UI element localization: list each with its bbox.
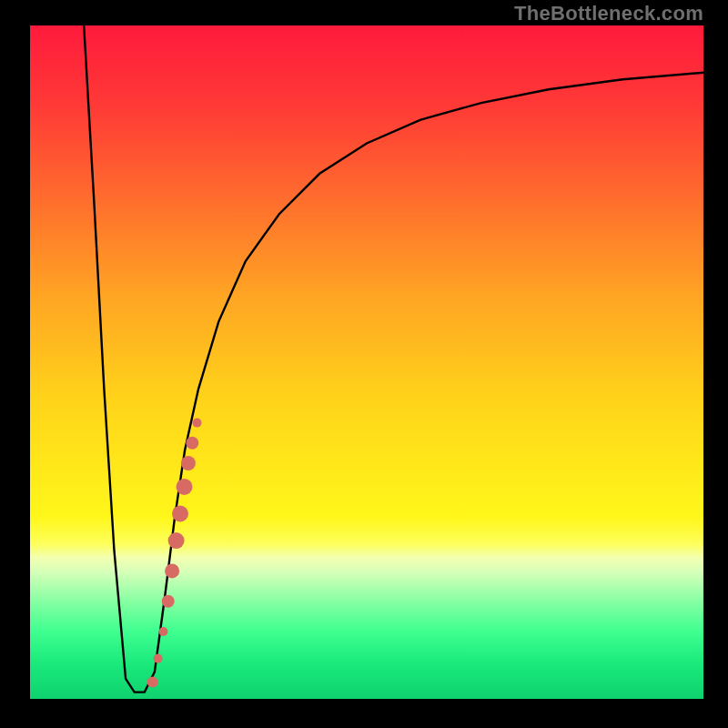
highlight-dots [147, 419, 202, 688]
marker-dot [172, 506, 188, 522]
marker-dot [165, 563, 179, 578]
marker-dot [154, 654, 163, 663]
watermark: TheBottleneck.com [514, 2, 703, 25]
marker-dot [186, 437, 198, 450]
bottleneck-curve [84, 25, 703, 693]
marker-dot [181, 456, 196, 470]
marker-dot [177, 479, 193, 495]
marker-dot [168, 532, 185, 549]
marker-dot [147, 677, 158, 688]
marker-dot [162, 595, 175, 608]
marker-dot [193, 419, 202, 428]
chart-svg [0, 0, 728, 728]
chart-frame: TheBottleneck.com [0, 0, 728, 728]
marker-dot [159, 627, 168, 636]
